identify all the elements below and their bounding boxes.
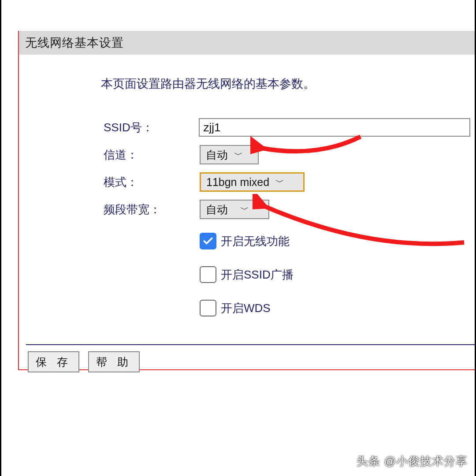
help-button[interactable]: 帮 助: [88, 351, 140, 372]
enable-wds-label: 开启WDS: [221, 301, 271, 316]
chevron-down-icon: ﹀: [275, 176, 284, 188]
ssid-input[interactable]: [199, 118, 470, 137]
bandwidth-label: 频段带宽：: [104, 202, 200, 217]
chevron-down-icon: ﹀: [234, 149, 243, 161]
bandwidth-value: 自动: [206, 202, 228, 217]
channel-select[interactable]: 自动 ﹀: [200, 145, 259, 164]
enable-ssid-label: 开启SSID广播: [221, 267, 294, 283]
mode-select[interactable]: 11bgn mixed ﹀: [200, 172, 305, 192]
chevron-down-icon: ﹀: [240, 204, 249, 216]
separator: [26, 344, 475, 345]
wireless-form: SSID号： 信道： 自动 ﹀ 模式： 11bgn mixed ﹀ 频段带宽：: [104, 114, 470, 320]
channel-label: 信道：: [104, 147, 200, 163]
ssid-label: SSID号：: [104, 120, 199, 135]
bandwidth-select[interactable]: 自动 ﹀: [200, 200, 269, 219]
channel-value: 自动: [206, 148, 228, 162]
enable-ssid-checkbox[interactable]: [200, 266, 216, 283]
panel-description: 本页面设置路由器无线网络的基本参数。: [101, 76, 315, 92]
save-button[interactable]: 保 存: [28, 351, 79, 372]
panel-title: 无线网络基本设置: [19, 31, 475, 55]
enable-wifi-label: 开启无线功能: [221, 234, 290, 249]
settings-panel: 无线网络基本设置 本页面设置路由器无线网络的基本参数。 SSID号： 信道： 自…: [18, 31, 475, 370]
enable-wifi-checkbox[interactable]: [200, 233, 216, 249]
mode-value: 11bgn mixed: [206, 176, 269, 189]
enable-wds-checkbox[interactable]: [200, 300, 216, 316]
mode-label: 模式：: [104, 175, 200, 190]
watermark: 头条 @小俊技术分享: [357, 454, 468, 469]
